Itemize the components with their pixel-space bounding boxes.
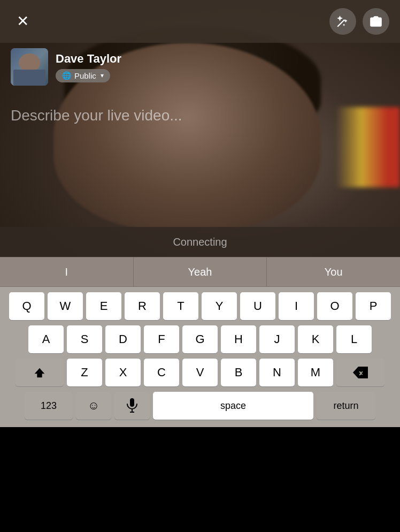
key-y[interactable]: Y	[202, 292, 237, 320]
connecting-bar: Connecting	[0, 227, 400, 257]
video-preview: ✕ Dave Taylor 🌐 Public	[0, 0, 400, 257]
numbers-label: 123	[41, 400, 57, 412]
key-j[interactable]: J	[259, 325, 295, 353]
space-label: space	[220, 400, 246, 412]
space-key[interactable]: space	[153, 392, 313, 420]
keyboard-row-4: 123 ☺ space return	[2, 392, 398, 420]
microphone-icon	[126, 398, 138, 413]
description-area[interactable]: Describe your live video...	[11, 107, 389, 124]
key-u[interactable]: U	[240, 292, 275, 320]
numbers-key[interactable]: 123	[25, 392, 73, 420]
key-g[interactable]: G	[182, 325, 218, 353]
globe-icon: 🌐	[62, 71, 71, 80]
key-t[interactable]: T	[163, 292, 198, 320]
key-b[interactable]: B	[221, 359, 256, 386]
emoji-key[interactable]: ☺	[76, 392, 111, 420]
privacy-label: Public	[74, 71, 96, 80]
key-x[interactable]: X	[105, 359, 141, 386]
key-e[interactable]: E	[86, 292, 121, 320]
chevron-down-icon: ▾	[101, 72, 104, 79]
description-placeholder: Describe your live video...	[11, 107, 182, 124]
magic-wand-button[interactable]	[329, 8, 356, 35]
return-key[interactable]: return	[317, 392, 375, 420]
key-q[interactable]: Q	[9, 292, 44, 320]
top-bar: ✕	[0, 0, 400, 43]
suggestion-i[interactable]: I	[0, 257, 134, 286]
close-button[interactable]: ✕	[11, 10, 34, 33]
magic-wand-icon	[336, 14, 350, 28]
connecting-status: Connecting	[173, 236, 227, 248]
key-n[interactable]: N	[259, 359, 295, 386]
top-right-actions	[329, 8, 389, 35]
keyboard-row-3: Z X C V B N M	[2, 359, 398, 386]
user-info: Dave Taylor 🌐 Public ▾	[11, 48, 121, 86]
privacy-selector[interactable]: 🌐 Public ▾	[56, 69, 110, 82]
avatar	[11, 48, 48, 86]
flip-camera-button[interactable]	[363, 8, 389, 35]
avatar-image	[11, 48, 48, 86]
key-i[interactable]: I	[279, 292, 314, 320]
svg-rect-1	[130, 398, 134, 407]
key-f[interactable]: F	[144, 325, 179, 353]
key-w[interactable]: W	[48, 292, 83, 320]
key-h[interactable]: H	[221, 325, 256, 353]
flip-camera-icon	[369, 14, 383, 28]
key-v[interactable]: V	[182, 359, 218, 386]
key-d[interactable]: D	[105, 325, 141, 353]
key-k[interactable]: K	[298, 325, 333, 353]
key-r[interactable]: R	[125, 292, 160, 320]
key-m[interactable]: M	[298, 359, 333, 386]
shift-key[interactable]	[16, 359, 64, 386]
suggestion-you[interactable]: You	[267, 257, 400, 286]
microphone-key[interactable]	[114, 392, 150, 420]
emoji-icon: ☺	[88, 399, 99, 413]
keyboard-row-2: A S D F G H J K L	[2, 325, 398, 353]
user-details: Dave Taylor 🌐 Public ▾	[56, 52, 121, 82]
key-p[interactable]: P	[356, 292, 391, 320]
key-c[interactable]: C	[144, 359, 179, 386]
key-a[interactable]: A	[28, 325, 64, 353]
user-name: Dave Taylor	[56, 52, 121, 66]
backspace-key[interactable]	[336, 359, 384, 386]
key-z[interactable]: Z	[67, 359, 102, 386]
shift-icon	[32, 365, 47, 380]
backspace-icon	[353, 367, 368, 378]
key-s[interactable]: S	[67, 325, 102, 353]
keyboard: Q W E R T Y U I O P A S D F G H J K L Z …	[0, 287, 400, 427]
svg-line-0	[337, 20, 344, 27]
close-icon: ✕	[17, 14, 29, 29]
return-label: return	[333, 400, 358, 412]
word-suggestions: I Yeah You	[0, 257, 400, 287]
key-o[interactable]: O	[317, 292, 352, 320]
key-l[interactable]: L	[336, 325, 372, 353]
keyboard-row-1: Q W E R T Y U I O P	[2, 292, 398, 320]
suggestion-yeah[interactable]: Yeah	[134, 257, 267, 286]
